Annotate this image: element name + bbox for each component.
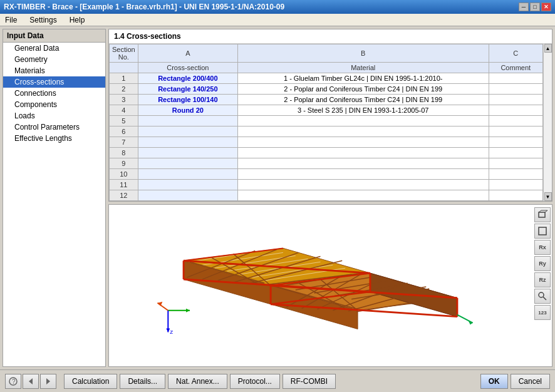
back-button[interactable] (23, 374, 39, 389)
rf-combi-button[interactable]: RF-COMBI (283, 374, 336, 389)
title-text: RX-TIMBER - Brace - [Example 1 - Brace.v… (4, 3, 284, 11)
col-a-header: A (138, 44, 237, 63)
view-rx-button[interactable]: Rx (534, 240, 551, 255)
nat-annex-button[interactable]: Nat. Annex... (168, 374, 227, 389)
help-nav-buttons: ? (5, 374, 56, 389)
view-section: z Rx Ry Rz (108, 204, 552, 367)
view-num-button[interactable]: 123 (534, 305, 551, 320)
table-row[interactable]: 10 (110, 169, 543, 180)
sidebar-item-components[interactable]: Components (3, 99, 105, 110)
view-toolbar: Rx Ry Rz 123 (534, 207, 551, 320)
table-row[interactable]: 6 (110, 126, 543, 137)
sidebar: Input Data General Data Geometry Materia… (3, 29, 106, 367)
table-row[interactable]: 2 Rectangle 140/250 2 - Poplar and Conif… (110, 84, 543, 95)
table-row[interactable]: 4 Round 20 3 - Steel S 235 | DIN EN 1993… (110, 105, 543, 116)
svg-text:z: z (170, 328, 173, 335)
main-layout: Input Data General Data Geometry Materia… (0, 26, 555, 369)
sidebar-item-geometry[interactable]: Geometry (3, 54, 105, 65)
view-top-button[interactable] (534, 224, 551, 239)
bottom-bar: ? Calculation Details... Nat. Annex... P… (0, 369, 555, 392)
title-bar: RX-TIMBER - Brace - [Example 1 - Brace.v… (0, 0, 555, 14)
protocol-button[interactable]: Protocol... (230, 374, 280, 389)
table-row[interactable]: 11 (110, 180, 543, 190)
right-panel: 1.4 Cross-sections SectionNo. A B C (108, 29, 552, 367)
title-controls: ─ □ ✕ (519, 3, 551, 11)
table-row[interactable]: 9 (110, 158, 543, 169)
svg-text:?: ? (12, 378, 16, 385)
table-row[interactable]: 5 (110, 116, 543, 126)
cross-sections-table: SectionNo. A B C Cross-section Material … (109, 44, 543, 201)
menu-bar: File Settings Help (0, 14, 555, 26)
table-title: 1.4 Cross-sections (109, 29, 552, 44)
svg-point-62 (539, 292, 544, 297)
svg-rect-61 (539, 227, 546, 235)
menu-settings[interactable]: Settings (27, 16, 59, 24)
svg-rect-57 (539, 212, 545, 217)
details-button[interactable]: Details... (120, 374, 165, 389)
view-ry-button[interactable]: Ry (534, 256, 551, 271)
calculation-button[interactable]: Calculation (64, 374, 117, 389)
sidebar-item-materials[interactable]: Materials (3, 65, 105, 76)
menu-file[interactable]: File (3, 16, 19, 24)
scroll-up[interactable]: ▲ (544, 44, 552, 53)
col-a-sub: Cross-section (138, 63, 237, 73)
cancel-button[interactable]: Cancel (511, 374, 550, 389)
col-section-no-header: SectionNo. (110, 44, 138, 63)
col-c-sub: Comment (489, 63, 543, 73)
sidebar-item-effective-lengths[interactable]: Effective Lengths (3, 133, 105, 144)
sidebar-item-control-parameters[interactable]: Control Parameters (3, 121, 105, 133)
scroll-down[interactable]: ▼ (544, 192, 552, 201)
table-row[interactable]: 8 (110, 148, 543, 158)
forward-button[interactable] (40, 374, 56, 389)
table-section: 1.4 Cross-sections SectionNo. A B C (108, 29, 552, 202)
ok-button[interactable]: OK (480, 374, 508, 389)
menu-help[interactable]: Help (67, 16, 88, 24)
col-c-header: C (489, 44, 543, 63)
sidebar-item-general-data[interactable]: General Data (3, 43, 105, 54)
view-rz-button[interactable]: Rz (534, 272, 551, 287)
sidebar-item-connections[interactable]: Connections (3, 88, 105, 99)
structure-svg: z (109, 205, 532, 366)
help-button[interactable]: ? (5, 374, 21, 389)
sidebar-header: Input Data (3, 29, 105, 43)
table-row[interactable]: 12 (110, 190, 543, 201)
view-3d-button[interactable] (534, 207, 551, 222)
col-section-no-sub (110, 63, 138, 73)
table-row[interactable]: 7 (110, 137, 543, 148)
view-zoom-button[interactable] (534, 289, 551, 304)
col-b-header: B (237, 44, 489, 63)
maximize-button[interactable]: □ (530, 3, 540, 11)
svg-marker-66 (29, 378, 33, 384)
minimize-button[interactable]: ─ (519, 3, 529, 11)
svg-marker-67 (46, 378, 50, 384)
sidebar-item-cross-sections[interactable]: Cross-sections (3, 76, 105, 88)
table-row[interactable]: 1 Rectangle 200/400 1 - Gluelam Timber G… (110, 73, 543, 84)
sidebar-item-loads[interactable]: Loads (3, 110, 105, 121)
close-button[interactable]: ✕ (541, 3, 551, 11)
svg-line-63 (543, 297, 546, 300)
col-b-sub: Material (237, 63, 489, 73)
table-row[interactable]: 3 Rectangle 100/140 2 - Poplar and Conif… (110, 95, 543, 105)
